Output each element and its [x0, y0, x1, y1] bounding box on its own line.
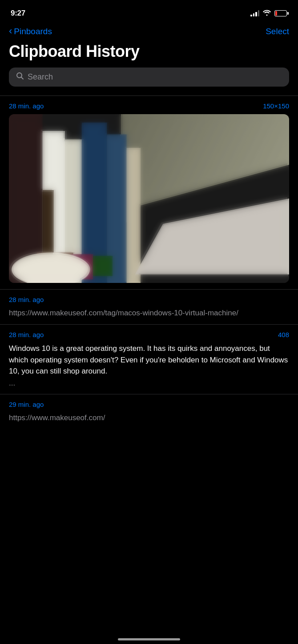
signal-icon	[250, 10, 259, 16]
clip-meta-text-1: 28 min. ago 408	[9, 331, 289, 338]
clip-url-text-1: https://www.makeuseof.com/tag/macos-wind…	[9, 309, 238, 317]
search-icon	[16, 72, 24, 82]
clip-time-url-2: 29 min. ago	[9, 401, 44, 408]
back-label: Pinboards	[14, 27, 52, 36]
search-placeholder: Search	[28, 72, 53, 82]
battery-icon	[274, 10, 287, 16]
clipboard-list: 28 min. ago 150×150 28 min. ago https://…	[0, 95, 298, 429]
status-bar: 9:27	[0, 0, 298, 23]
search-bar[interactable]: Search	[9, 68, 289, 87]
chevron-left-icon: ‹	[9, 26, 12, 36]
clip-meta-url-2: 29 min. ago	[9, 401, 289, 408]
svg-line-1	[21, 77, 24, 79]
clip-time-text-1: 28 min. ago	[9, 331, 44, 338]
status-time: 9:27	[11, 9, 25, 18]
clip-item-url-1[interactable]: 28 min. ago https://www.makeuseof.com/ta…	[0, 289, 298, 325]
clip-url-text-2: https://www.makeuseof.com/	[9, 413, 105, 422]
search-container: Search	[0, 68, 298, 95]
clip-image-wrapper	[9, 114, 289, 283]
page-title-container: Clipboard History	[0, 41, 298, 68]
page-title: Clipboard History	[9, 43, 289, 60]
clip-meta-image: 28 min. ago 150×150	[9, 102, 289, 110]
clip-text-content-1: Windows 10 is a great operating system. …	[9, 343, 289, 377]
status-icons	[250, 9, 287, 17]
clip-text-truncation-1: ...	[9, 379, 289, 388]
nav-bar: ‹ Pinboards Select	[0, 23, 298, 41]
wifi-icon	[262, 9, 271, 17]
clip-meta-url-1: 28 min. ago	[9, 296, 289, 303]
clip-item-image[interactable]: 28 min. ago 150×150	[0, 95, 298, 289]
clip-item-text-1[interactable]: 28 min. ago 408 Windows 10 is a great op…	[0, 324, 298, 394]
clip-size-image: 150×150	[263, 102, 289, 110]
back-button[interactable]: ‹ Pinboards	[9, 27, 52, 36]
home-indicator	[118, 638, 180, 640]
clip-item-url-2[interactable]: 29 min. ago https://www.makeuseof.com/	[0, 394, 298, 429]
clip-time-image: 28 min. ago	[9, 102, 44, 110]
clip-time-url-1: 28 min. ago	[9, 296, 44, 303]
clip-size-text-1: 408	[278, 331, 289, 338]
clip-image-canvas	[9, 114, 289, 283]
select-button[interactable]: Select	[266, 27, 289, 36]
